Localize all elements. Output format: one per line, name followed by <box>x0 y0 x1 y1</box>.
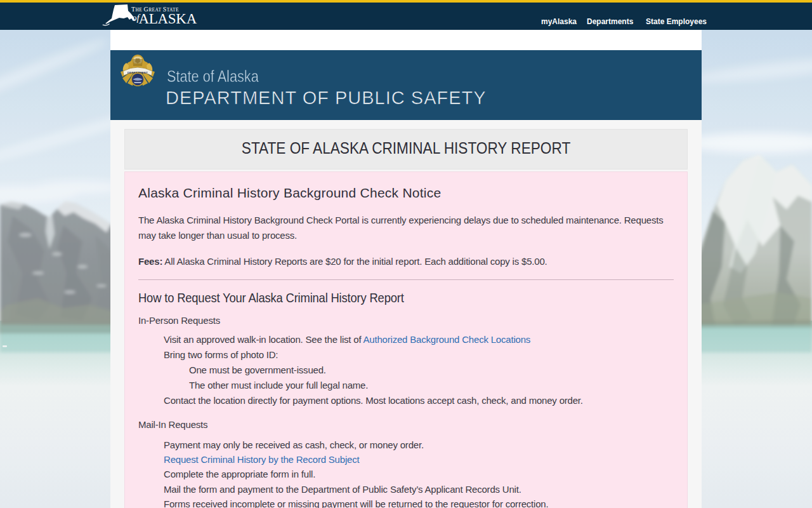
svg-text:ALASKA: ALASKA <box>139 11 197 27</box>
